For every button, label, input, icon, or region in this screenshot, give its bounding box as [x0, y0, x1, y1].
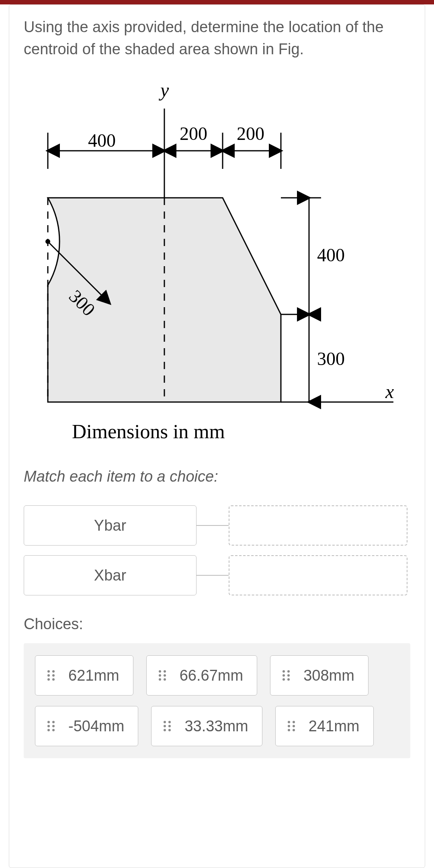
choice-label: 621mm — [68, 667, 119, 684]
dim-300v: 300 — [317, 349, 345, 369]
question-card: Using the axis provided, determine the l… — [9, 4, 425, 868]
choice-241mm[interactable]: 241mm — [275, 706, 374, 746]
choice-label: -504mm — [68, 718, 124, 735]
choice-label: 241mm — [309, 718, 360, 735]
svg-point-18 — [47, 721, 50, 723]
dim-400: 400 — [88, 130, 116, 151]
svg-point-4 — [47, 678, 50, 681]
svg-point-7 — [164, 670, 166, 673]
svg-point-34 — [288, 729, 290, 731]
svg-point-14 — [283, 674, 285, 677]
svg-point-15 — [287, 674, 290, 677]
svg-point-17 — [287, 678, 290, 681]
svg-point-20 — [47, 725, 50, 727]
match-source-xbar[interactable]: Xbar — [24, 555, 197, 595]
svg-point-21 — [52, 725, 55, 727]
svg-point-25 — [168, 721, 171, 723]
figure-caption: Dimensions in mm — [72, 420, 225, 443]
svg-point-3 — [52, 674, 55, 677]
svg-point-29 — [168, 729, 171, 731]
svg-point-28 — [164, 729, 166, 731]
svg-point-33 — [293, 725, 295, 727]
grip-icon — [285, 720, 298, 732]
svg-point-6 — [159, 670, 161, 673]
top-accent-bar — [0, 0, 434, 4]
match-dropzone-xbar[interactable] — [229, 555, 407, 595]
grip-icon — [160, 720, 174, 732]
svg-point-5 — [52, 678, 55, 681]
figure: y x 400 200 200 400 — [24, 72, 405, 448]
grip-icon — [156, 669, 169, 681]
choices-container: 621mm 66.67mm 308mm -504mm 33.33mm — [24, 643, 410, 758]
svg-point-8 — [159, 674, 161, 677]
x-label: x — [385, 381, 394, 402]
svg-point-32 — [288, 725, 290, 727]
svg-point-31 — [293, 721, 295, 723]
match-connector — [197, 575, 229, 576]
svg-point-19 — [52, 721, 55, 723]
svg-point-24 — [164, 721, 166, 723]
match-source-ybar[interactable]: Ybar — [24, 505, 197, 546]
svg-point-1 — [52, 670, 55, 673]
svg-point-26 — [164, 725, 166, 727]
svg-point-27 — [168, 725, 171, 727]
svg-point-0 — [47, 670, 50, 673]
match-source-label: Xbar — [94, 567, 126, 584]
match-prompt: Match each item to a choice: — [24, 468, 410, 485]
svg-point-22 — [47, 729, 50, 731]
match-row-xbar: Xbar — [24, 555, 410, 595]
match-source-label: Ybar — [94, 517, 126, 534]
choices-label: Choices: — [24, 616, 410, 633]
match-connector — [197, 525, 229, 526]
dim-400v: 400 — [317, 245, 345, 265]
match-dropzone-ybar[interactable] — [229, 505, 407, 546]
svg-point-11 — [164, 678, 166, 681]
svg-point-30 — [288, 721, 290, 723]
centroid-diagram: y x 400 200 200 400 — [24, 72, 405, 446]
choice-308mm[interactable]: 308mm — [270, 655, 368, 696]
dim-200a: 200 — [180, 123, 207, 144]
grip-icon — [44, 720, 58, 732]
y-label: y — [158, 79, 169, 101]
choice-label: 308mm — [303, 667, 354, 684]
choice-3333mm[interactable]: 33.33mm — [151, 706, 262, 746]
choice-label: 33.33mm — [184, 718, 248, 735]
grip-icon — [279, 669, 293, 681]
dim-200b: 200 — [237, 123, 264, 144]
svg-point-2 — [47, 674, 50, 677]
svg-point-23 — [52, 729, 55, 731]
svg-point-9 — [164, 674, 166, 677]
svg-point-16 — [283, 678, 285, 681]
grip-icon — [44, 669, 58, 681]
question-text: Using the axis provided, determine the l… — [24, 16, 410, 60]
choice-621mm[interactable]: 621mm — [35, 655, 133, 696]
choice-neg504mm[interactable]: -504mm — [35, 706, 138, 746]
match-row-ybar: Ybar — [24, 505, 410, 546]
choice-6667mm[interactable]: 66.67mm — [146, 655, 257, 696]
svg-point-13 — [287, 670, 290, 673]
svg-point-12 — [283, 670, 285, 673]
choice-label: 66.67mm — [180, 667, 243, 684]
svg-point-35 — [293, 729, 295, 731]
svg-point-10 — [159, 678, 161, 681]
